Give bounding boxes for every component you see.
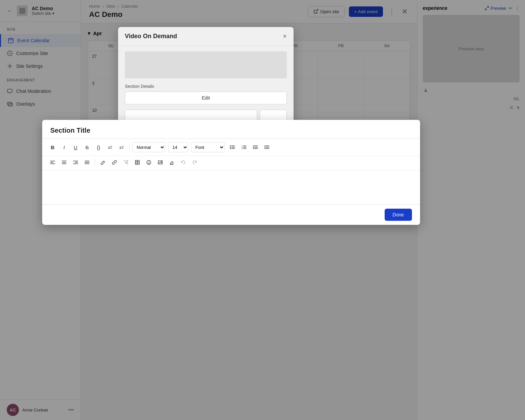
unlink-button[interactable] [121,157,131,167]
font-size-select[interactable]: 14 12 16 18 24 [168,142,188,152]
pen-button[interactable] [98,157,108,167]
align-justify-button[interactable] [82,157,92,167]
vod-input-field-2[interactable] [260,110,287,121]
code-button[interactable]: {} [93,142,104,152]
modal-vod-title: Video On Demand [125,33,177,40]
vod-preview-area [125,51,287,78]
rich-text-editor-modal: Section Title B I U S {} x2 x2 Normal He… [42,120,420,225]
editor-footer: Done [42,204,420,225]
font-select[interactable]: Font Arial Times New Roman Courier New [191,142,225,152]
strikethrough-button[interactable]: S [82,142,92,152]
subscript-button[interactable]: x2 [116,142,127,152]
eraser-button[interactable] [167,157,177,167]
table-button[interactable] [132,157,142,167]
align-left-button[interactable] [48,157,58,167]
editor-content-area[interactable] [42,170,420,204]
image-button[interactable] [155,157,165,167]
vod-input-field[interactable] [125,110,257,121]
editor-section-title: Section Title [50,127,90,134]
modal-vod-close-button[interactable]: × [283,32,287,40]
svg-point-10 [230,146,231,147]
section-edit-button[interactable]: Edit [125,91,287,104]
align-center-button[interactable] [59,157,69,167]
indent-increase-button[interactable] [262,142,272,152]
unordered-list-button[interactable] [227,142,238,152]
svg-point-12 [230,147,231,148]
link-button[interactable] [109,157,119,167]
style-select[interactable]: Normal Heading 1 Heading 2 Heading 3 [132,142,165,152]
svg-point-47 [149,162,150,162]
toolbar-divider-2 [165,143,165,151]
editor-toolbar-row2 [42,156,420,170]
ordered-list-button[interactable]: 1.2.3. [239,142,249,152]
superscript-button[interactable]: x2 [105,142,115,152]
done-button[interactable]: Done [385,209,412,221]
editor-toolbar-row1: B I U S {} x2 x2 Normal Heading 1 Headin… [42,139,420,156]
svg-point-46 [148,162,148,162]
editor-header: Section Title [42,120,420,139]
svg-point-14 [230,148,231,149]
bold-button[interactable]: B [48,142,58,152]
toolbar-divider-5 [95,158,95,166]
toolbar-divider-3 [188,143,188,151]
vod-field-row [125,110,287,121]
svg-text:3.: 3. [242,148,243,150]
align-right-button[interactable] [71,157,81,167]
undo-button[interactable] [178,157,188,167]
redo-button[interactable] [190,157,200,167]
underline-button[interactable]: U [71,142,81,152]
toolbar-divider-4 [224,143,225,151]
italic-button[interactable]: I [59,142,69,152]
emoji-button[interactable] [144,157,154,167]
toolbar-divider-1 [129,143,130,151]
modal-vod-header: Video On Demand × [118,27,294,46]
svg-point-49 [161,161,162,162]
indent-decrease-button[interactable] [250,142,260,152]
section-details-label: Section Details [125,84,287,89]
